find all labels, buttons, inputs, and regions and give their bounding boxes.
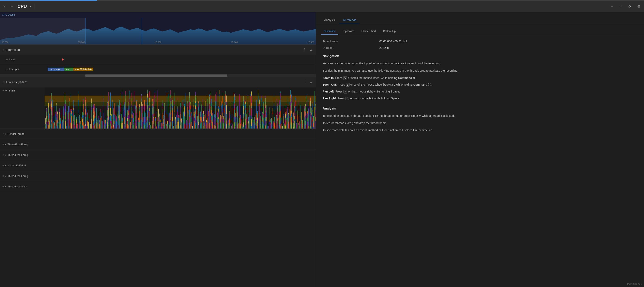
subtab-flamechart[interactable]: Flame Chart xyxy=(358,28,379,35)
pool3-thread-name: ThreadPoolForeg xyxy=(8,174,44,178)
binder-thread-icon: ≡ xyxy=(2,164,4,167)
main-thread-icon: ≡ xyxy=(2,89,4,92)
pan-left-cmd: Space xyxy=(391,90,399,93)
nav-para-0: You can use the mini-map at the top left… xyxy=(322,61,638,66)
reset-button[interactable]: ⟳ xyxy=(627,4,633,9)
left-scroll-area[interactable]: ≡ Interaction ⋮ ∧ ≡ User xyxy=(0,44,316,287)
pool2-thread-icon: ≡ xyxy=(2,153,4,156)
dropdown-button[interactable]: ▾ xyxy=(30,5,31,8)
zoom-out-button[interactable]: − xyxy=(609,4,615,9)
interaction-title: Interaction xyxy=(6,48,302,51)
close-button[interactable]: × xyxy=(2,4,7,9)
top-bar: × ← CPU ▾ − + ⟳ ⚙ xyxy=(0,1,644,12)
back-button[interactable]: ← xyxy=(9,4,14,9)
interaction-actions: ⋮ ∧ xyxy=(302,47,314,52)
pan-left-text1: : Press xyxy=(334,90,343,93)
singl-thread-expand[interactable]: ▶ xyxy=(5,185,6,188)
zoom-in-cmd: Command ⌘ xyxy=(398,76,416,79)
zoom-out-rest: or scroll the mouse wheel backward while… xyxy=(350,83,414,86)
tab-all-threads[interactable]: All threads xyxy=(340,16,360,24)
time-range-label: Time Range xyxy=(322,40,379,43)
user-row[interactable]: ≡ User xyxy=(0,55,316,64)
chip-0: com.google.... xyxy=(48,68,64,71)
flame-chart-area[interactable] xyxy=(44,87,316,129)
minimap-ticks: 00.000 05.000 10.000 15.000 20.000 xyxy=(0,41,316,43)
singl-thread-name: ThreadPoolSingl xyxy=(8,185,44,188)
threads-menu-button[interactable]: ⋮ xyxy=(304,80,309,85)
lifecycle-row[interactable]: ≡ Lifecycle com.google.... func... main.… xyxy=(0,64,316,74)
threads-collapse-button[interactable]: ∧ xyxy=(309,80,314,85)
pool1-thread-expand[interactable]: ▶ xyxy=(5,143,6,146)
pool2-thread-name: ThreadPoolForeg xyxy=(8,153,44,156)
svg-rect-1 xyxy=(85,18,86,44)
subtab-topdown[interactable]: Top Down xyxy=(340,28,357,35)
cpu-minimap[interactable]: CPU Usage xyxy=(0,12,316,44)
user-timeline xyxy=(34,55,314,64)
time-range-row: Time Range 00:00.000 - 00:21.142 xyxy=(322,40,638,43)
interaction-icon: ≡ xyxy=(2,48,4,51)
render-thread-expand[interactable]: ▶ xyxy=(5,133,6,135)
right-panel: Analysis All threads Summary Top Down Fl… xyxy=(316,12,644,287)
thread-row-pool1[interactable]: ≡ ▶ ThreadPoolForeg xyxy=(0,139,316,150)
nav-pan-right: Pan Right: Press D or drag mouse left wh… xyxy=(322,96,638,101)
main-thread-expand[interactable]: ▶ xyxy=(6,89,7,92)
time-range-value: 00:00.000 - 00:21.142 xyxy=(379,40,407,43)
main-thread-row[interactable]: ≡ ▶ main xyxy=(0,87,316,129)
tab-analysis[interactable]: Analysis xyxy=(321,16,338,24)
minimap-chart xyxy=(0,18,316,44)
thread-row-pool3[interactable]: ≡ ▶ ThreadPoolForeg xyxy=(0,171,316,181)
duration-row: Duration 21.14 s xyxy=(322,46,638,49)
pan-right-cmd: Space xyxy=(391,97,400,100)
right-content: Time Range 00:00.000 - 00:21.142 Duratio… xyxy=(316,35,644,287)
interaction-scrollbar-thumb[interactable] xyxy=(85,74,228,77)
thread-row-pool2[interactable]: ≡ ▶ ThreadPoolForeg xyxy=(0,150,316,160)
lifecycle-timeline: com.google.... func... main.MainActivity xyxy=(34,64,314,74)
zoom-in-code: W xyxy=(343,76,347,80)
left-panel: CPU Usage xyxy=(0,12,316,287)
lifecycle-label: Lifecycle xyxy=(9,68,34,71)
analysis-text-0: To expand or collapse a thread, double-c… xyxy=(322,114,638,118)
zoom-in-key: Zoom In xyxy=(322,76,334,79)
user-label: User xyxy=(9,58,34,61)
zoom-in-rest: or scroll the mouse wheel while holding xyxy=(347,76,398,79)
user-row-icon: ≡ xyxy=(6,58,8,61)
pan-left-key: Pan Left xyxy=(322,90,334,93)
page-title: CPU xyxy=(16,4,28,9)
chip-2: main.MainActivity xyxy=(73,68,93,71)
pool1-thread-icon: ≡ xyxy=(2,143,4,146)
zoom-out-key: Zoom Out xyxy=(322,83,336,86)
interaction-header: ≡ Interaction ⋮ ∧ xyxy=(0,44,316,55)
nav-pan-left: Pan Left: Press A or drag mouse right wh… xyxy=(322,89,638,94)
render-thread-icon: ≡ xyxy=(2,132,4,135)
subtab-summary[interactable]: Summary xyxy=(321,28,338,35)
subtab-bottomup[interactable]: Bottom Up xyxy=(380,28,398,35)
threads-title: Threads xyxy=(6,80,17,84)
pan-left-end: . xyxy=(399,90,400,93)
interaction-collapse-button[interactable]: ∧ xyxy=(309,47,314,52)
zoom-in-text1: : Press xyxy=(334,76,343,79)
thread-row-binder[interactable]: ≡ ▶ binder:30456_4 xyxy=(0,160,316,171)
pan-right-text1: : Press xyxy=(336,97,345,100)
pan-right-rest: or drag mouse left while holding xyxy=(349,97,391,100)
nav-zoom-in: Zoom In: Press W or scroll the mouse whe… xyxy=(322,76,638,80)
settings-button[interactable]: ⚙ xyxy=(636,4,642,9)
thread-row-render[interactable]: ≡ ▶ RenderThread xyxy=(0,129,316,139)
pool3-thread-icon: ≡ xyxy=(2,174,4,177)
binder-thread-expand[interactable]: ▶ xyxy=(5,164,6,167)
pool2-thread-expand[interactable]: ▶ xyxy=(5,154,6,156)
user-dot-marker xyxy=(62,58,64,60)
threads-section: ≡ Threads (160) ? ⋮ ∧ ≡ ▶ main xyxy=(0,77,316,192)
cpu-usage-label: CPU Usage xyxy=(2,13,15,16)
threads-header: ≡ Threads (160) ? ⋮ ∧ xyxy=(0,77,316,87)
interaction-scrollbar[interactable] xyxy=(0,74,316,77)
pool3-thread-expand[interactable]: ▶ xyxy=(5,175,6,177)
interaction-menu-button[interactable]: ⋮ xyxy=(302,47,307,52)
zoom-in-end: . xyxy=(416,76,416,79)
zoom-in-button[interactable]: + xyxy=(618,4,624,9)
main-thread-label[interactable]: ≡ ▶ main xyxy=(0,87,44,129)
thread-row-singl[interactable]: ≡ ▶ ThreadPoolSingl xyxy=(0,181,316,192)
pan-right-code: D xyxy=(346,97,349,100)
pan-right-key: Pan Right xyxy=(322,97,336,100)
threads-help-icon[interactable]: ? xyxy=(25,80,27,84)
analysis-text-2: To see more details about an event, meth… xyxy=(322,128,638,133)
